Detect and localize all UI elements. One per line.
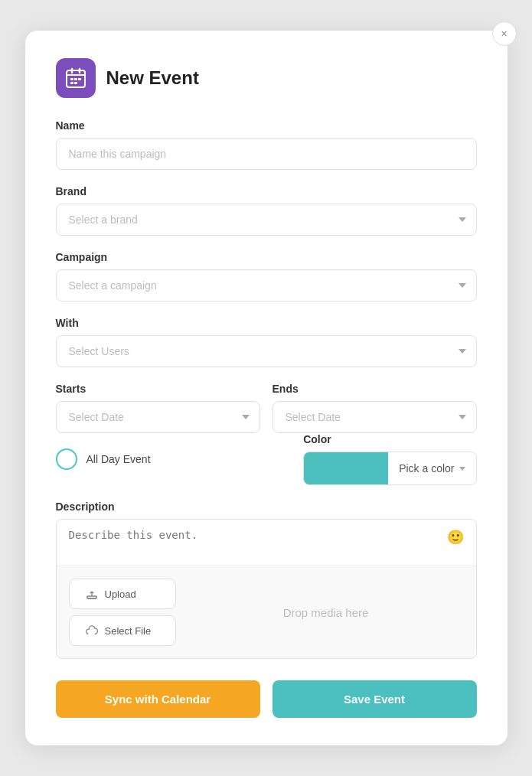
ends-select[interactable]: Select Date	[273, 401, 477, 433]
svg-rect-6	[78, 78, 81, 80]
description-input-row: 🙂	[57, 520, 476, 566]
with-group: With Select Users	[56, 317, 477, 367]
with-select-wrapper: Select Users	[56, 335, 477, 367]
color-picker-row: Pick a color	[303, 452, 476, 485]
campaign-select[interactable]: Select a campaign	[56, 269, 477, 302]
description-input[interactable]	[69, 529, 447, 556]
upload-icon	[85, 587, 99, 601]
svg-rect-5	[74, 78, 77, 80]
with-label: With	[56, 317, 477, 329]
select-file-button[interactable]: Select File	[69, 615, 176, 646]
modal-overlay: × New Event Name	[0, 0, 532, 776]
svg-rect-4	[70, 78, 73, 80]
ends-group: Ends Select Date	[273, 383, 477, 433]
svg-rect-7	[70, 82, 73, 84]
close-icon: ×	[501, 28, 507, 40]
campaign-group: Campaign Select a campaign	[56, 251, 477, 302]
starts-label: Starts	[56, 383, 260, 395]
emoji-icon[interactable]: 🙂	[447, 529, 464, 546]
calendar-icon	[65, 67, 86, 89]
modal-header: New Event	[56, 58, 477, 98]
all-day-radio[interactable]	[56, 448, 77, 470]
starts-group: Starts Select Date	[56, 383, 260, 433]
footer-buttons: Sync with Calendar Save Event	[56, 680, 477, 718]
ends-label: Ends	[273, 383, 477, 395]
starts-select[interactable]: Select Date	[56, 401, 260, 433]
media-buttons: Upload Select File	[69, 579, 176, 646]
brand-label: Brand	[56, 185, 477, 197]
color-section: Color Pick a color	[303, 433, 476, 485]
with-select[interactable]: Select Users	[56, 335, 477, 367]
ends-select-wrapper: Select Date	[273, 401, 477, 433]
upload-label: Upload	[105, 589, 136, 600]
starts-select-wrapper: Select Date	[56, 401, 260, 433]
description-box: 🙂 Upload	[56, 519, 477, 659]
new-event-modal: × New Event Name	[25, 31, 508, 745]
brand-select-wrapper: Select a brand	[56, 204, 477, 236]
name-input[interactable]	[56, 138, 477, 170]
sync-calendar-button[interactable]: Sync with Calendar	[56, 680, 260, 718]
brand-group: Brand Select a brand	[56, 185, 477, 236]
campaign-select-wrapper: Select a campaign	[56, 269, 477, 302]
all-day-section: All Day Event	[56, 448, 304, 470]
campaign-label: Campaign	[56, 251, 477, 263]
svg-rect-8	[74, 82, 77, 84]
all-day-color-row: All Day Event Color Pick a color	[56, 433, 477, 485]
save-event-button[interactable]: Save Event	[273, 680, 477, 718]
select-file-label: Select File	[105, 625, 152, 637]
color-label: Color	[303, 433, 331, 445]
modal-title: New Event	[106, 67, 199, 89]
color-swatch	[304, 452, 388, 484]
all-day-label: All Day Event	[86, 453, 151, 465]
name-label: Name	[56, 119, 477, 132]
upload-button[interactable]: Upload	[69, 579, 176, 609]
description-label: Description	[56, 500, 477, 513]
drop-zone: Drop media here	[188, 606, 464, 619]
brand-select[interactable]: Select a brand	[56, 204, 477, 236]
name-group: Name	[56, 119, 477, 170]
calendar-icon-container	[56, 58, 96, 98]
media-area: Upload Select File Drop media here	[57, 566, 476, 658]
date-row: Starts Select Date Ends Select Date	[56, 383, 477, 433]
color-picker-button[interactable]: Pick a color	[388, 452, 475, 484]
cloud-icon	[85, 624, 99, 637]
close-button[interactable]: ×	[492, 21, 517, 46]
